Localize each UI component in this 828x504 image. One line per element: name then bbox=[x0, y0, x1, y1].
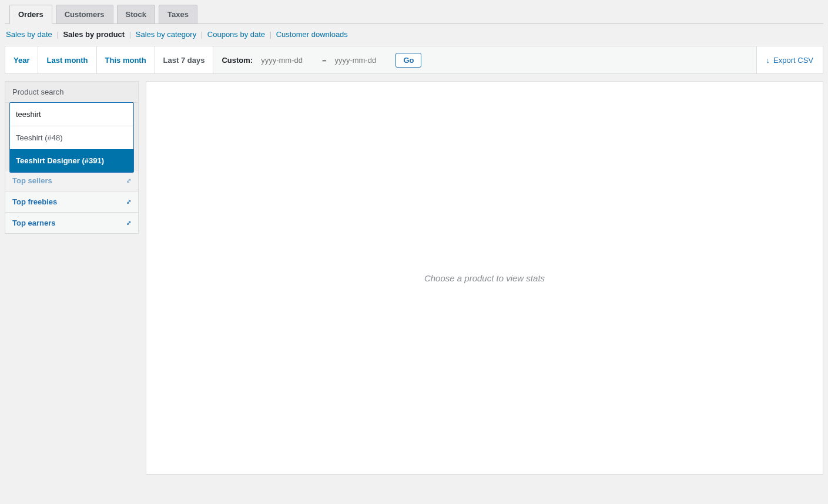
range-last-month[interactable]: Last month bbox=[38, 46, 96, 73]
download-icon bbox=[766, 56, 770, 65]
product-search-header[interactable]: Product search bbox=[5, 82, 138, 102]
placeholder-message: Choose a product to view stats bbox=[424, 273, 545, 283]
range-this-month[interactable]: This month bbox=[97, 46, 155, 73]
subtab-separator: | bbox=[270, 30, 271, 39]
tab-stock[interactable]: Stock bbox=[117, 5, 155, 24]
tab-taxes[interactable]: Taxes bbox=[159, 5, 197, 24]
subtab-separator: | bbox=[201, 30, 203, 39]
date-to-input[interactable] bbox=[334, 56, 387, 65]
custom-label: Custom: bbox=[222, 56, 253, 65]
range-last-7-days[interactable]: Last 7 days bbox=[155, 46, 214, 73]
panel-top-freebies[interactable]: Top freebies bbox=[5, 191, 138, 212]
subtab-separator: | bbox=[129, 30, 131, 39]
subtab-coupons-by-date[interactable]: Coupons by date bbox=[207, 30, 265, 39]
search-option-teeshirt[interactable]: Teeshirt (#48) bbox=[10, 126, 133, 149]
tab-customers[interactable]: Customers bbox=[56, 5, 113, 24]
subtab-sales-by-product[interactable]: Sales by product bbox=[63, 30, 125, 39]
panel-top-sellers-label: Top sellers bbox=[12, 176, 52, 185]
reports-page: Orders Customers Stock Taxes Sales by da… bbox=[5, 5, 823, 475]
range-year[interactable]: Year bbox=[5, 46, 38, 73]
product-search-label: Product search bbox=[12, 88, 63, 96]
expand-icon bbox=[126, 199, 131, 205]
subtab-customer-downloads[interactable]: Customer downloads bbox=[276, 30, 348, 39]
expand-icon bbox=[126, 220, 131, 226]
panel-top-sellers[interactable]: Top sellers bbox=[5, 170, 138, 191]
export-label: Export CSV bbox=[773, 56, 813, 65]
body-wrap: Product search Top sellers Top freebies … bbox=[5, 81, 823, 475]
main-tabs: Orders Customers Stock Taxes bbox=[9, 5, 823, 24]
subtab-sales-by-category[interactable]: Sales by category bbox=[136, 30, 196, 39]
go-button[interactable]: Go bbox=[395, 53, 421, 68]
subtab-separator: | bbox=[56, 30, 58, 39]
subtab-sales-by-date[interactable]: Sales by date bbox=[6, 30, 52, 39]
export-csv-button[interactable]: Export CSV bbox=[756, 46, 823, 73]
panel-top-freebies-label: Top freebies bbox=[12, 197, 57, 206]
search-option-teeshirt-designer[interactable]: Teeshirt Designer (#391) bbox=[10, 149, 133, 172]
date-from-input[interactable] bbox=[261, 56, 314, 65]
panel-top-earners[interactable]: Top earners bbox=[5, 212, 138, 233]
panel-top-earners-label: Top earners bbox=[12, 219, 55, 227]
custom-range-area: Custom: – Go bbox=[213, 46, 756, 73]
product-search-dropdown[interactable]: teeshirt Teeshirt (#48) Teeshirt Designe… bbox=[9, 102, 134, 173]
product-search-input-value[interactable]: teeshirt bbox=[10, 103, 133, 126]
sidebar: Product search Top sellers Top freebies … bbox=[5, 81, 139, 475]
date-range-bar: Year Last month This month Last 7 days C… bbox=[5, 46, 823, 74]
tab-orders[interactable]: Orders bbox=[9, 5, 52, 24]
expand-icon bbox=[126, 177, 131, 184]
report-area: Choose a product to view stats bbox=[146, 81, 823, 475]
date-dash: – bbox=[322, 56, 326, 65]
sub-tabs: Sales by date | Sales by product | Sales… bbox=[5, 24, 823, 46]
